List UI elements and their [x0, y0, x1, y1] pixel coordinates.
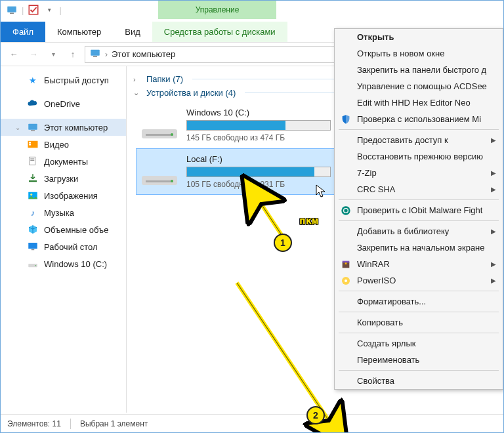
- drive-free-text: 105 ГБ свободно из 931 ГБ: [186, 180, 357, 189]
- menu-item-iobit[interactable]: Проверить с IObit Malware Fight: [335, 202, 503, 218]
- menu-item-create-shortcut[interactable]: Создать ярлык: [335, 335, 503, 352]
- sidebar-item-music[interactable]: ♪ Музыка: [1, 204, 126, 221]
- tab-file[interactable]: Файл: [1, 22, 45, 42]
- sidebar-item-onedrive[interactable]: OneDrive: [1, 95, 126, 112]
- svg-rect-24: [345, 262, 347, 264]
- submenu-arrow-icon: ▶: [491, 277, 496, 284]
- menu-item-add-to-library[interactable]: Добавить в библиотеку▶: [335, 223, 503, 239]
- menu-separator: [339, 291, 499, 291]
- pc-icon: [27, 121, 39, 133]
- navigation-pane[interactable]: ★ Быстрый доступ OneDrive ⌄ Этот компьют…: [1, 66, 127, 413]
- submenu-arrow-icon: ▶: [491, 169, 496, 176]
- svg-rect-1: [10, 13, 14, 14]
- sidebar-item-label: Загрузки: [44, 174, 78, 184]
- svg-rect-11: [30, 159, 34, 159]
- pc-icon: [6, 4, 18, 16]
- menu-separator: [339, 129, 499, 130]
- drive-free-text: 145 ГБ свободно из 474 ГБ: [186, 133, 357, 142]
- menu-item-rename[interactable]: Переименовать: [335, 352, 503, 368]
- winrar-icon: [340, 258, 352, 270]
- sidebar-item-label: Рабочий стол: [44, 242, 98, 252]
- menu-item-7zip[interactable]: 7-Zip▶: [335, 165, 503, 181]
- sidebar-item-pictures[interactable]: Изображения: [1, 187, 126, 204]
- tab-disk-tools[interactable]: Средства работы с дисками: [152, 22, 287, 42]
- cube-icon: [27, 224, 39, 236]
- sidebar-item-label: Этот компьютер: [44, 123, 108, 133]
- context-menu: Открыть Открыть в новом окне Закрепить н…: [334, 28, 503, 390]
- menu-item-restore-previous[interactable]: Восстановить прежнюю версию: [335, 148, 503, 165]
- nav-forward-button[interactable]: →: [26, 47, 41, 62]
- sidebar-item-label: Музыка: [44, 208, 74, 218]
- menu-item-winrar[interactable]: WinRAR▶: [335, 256, 503, 272]
- sidebar-item-desktop[interactable]: Рабочий стол: [1, 238, 126, 255]
- nav-up-button[interactable]: ↑: [65, 47, 81, 62]
- capacity-bar: [186, 120, 331, 131]
- drive-name: Windows 10 (C:): [186, 108, 357, 117]
- svg-point-19: [35, 265, 37, 266]
- menu-item-pin-start[interactable]: Закрепить на начальном экране: [335, 239, 503, 256]
- menu-item-defender-scan[interactable]: Проверка с использованием Mi: [335, 111, 503, 127]
- menu-separator: [339, 199, 499, 200]
- qat-divider: |: [22, 5, 24, 15]
- submenu-arrow-icon: ▶: [491, 228, 496, 235]
- sidebar-item-drive-c[interactable]: Windows 10 (C:): [1, 255, 126, 272]
- chevron-down-icon[interactable]: ⌄: [133, 89, 141, 97]
- sidebar-item-label: Windows 10 (C:): [44, 259, 107, 269]
- video-icon: [27, 138, 39, 150]
- sidebar-item-label: Документы: [44, 157, 88, 167]
- title-bar: | ▾ | Управление Этот компьютер: [1, 1, 503, 19]
- contextual-tab-header: Управление: [158, 1, 276, 19]
- sidebar-item-documents[interactable]: Документы: [1, 153, 126, 170]
- group-label: Устройства и диски (4): [146, 88, 236, 98]
- svg-point-26: [345, 279, 347, 282]
- tab-computer[interactable]: Компьютер: [45, 22, 113, 42]
- submenu-arrow-icon: ▶: [491, 136, 496, 144]
- svg-rect-23: [343, 260, 350, 262]
- svg-rect-8: [29, 142, 31, 143]
- menu-item-format[interactable]: Форматировать...: [335, 293, 503, 310]
- status-selection: Выбран 1 элемент: [80, 419, 148, 428]
- menu-item-hex-editor[interactable]: Edit with HHD Hex Editor Neo: [335, 94, 503, 111]
- svg-rect-13: [29, 180, 37, 182]
- svg-rect-16: [28, 243, 37, 249]
- menu-separator: [339, 333, 499, 333]
- svg-rect-3: [91, 50, 100, 56]
- menu-separator: [339, 370, 499, 371]
- menu-item-pin-quick-access[interactable]: Закрепить на панели быстрого д: [335, 62, 503, 78]
- qat-dropdown-icon[interactable]: ▾: [43, 4, 55, 16]
- collapse-icon[interactable]: ⌄: [15, 124, 22, 131]
- svg-rect-10: [30, 157, 35, 165]
- menu-item-properties[interactable]: Свойства: [335, 373, 503, 389]
- breadcrumb-segment[interactable]: Этот компьютер: [112, 49, 175, 59]
- tab-view[interactable]: Вид: [113, 22, 152, 42]
- documents-icon: [27, 155, 39, 167]
- breadcrumb-chevron-icon[interactable]: ›: [105, 50, 108, 59]
- sidebar-item-label: OneDrive: [44, 99, 80, 109]
- nav-back-button[interactable]: ←: [6, 47, 22, 62]
- sidebar-item-3d-objects[interactable]: Объемные объе: [1, 221, 126, 238]
- disc-icon: [340, 275, 352, 287]
- chevron-right-icon[interactable]: ›: [133, 75, 141, 83]
- pictures-icon: [27, 190, 39, 201]
- menu-item-open-new-window[interactable]: Открыть в новом окне: [335, 45, 503, 62]
- sidebar-item-downloads[interactable]: Загрузки: [1, 170, 126, 187]
- sidebar-item-this-pc[interactable]: ⌄ Этот компьютер: [1, 119, 126, 136]
- sidebar-item-label: Объемные объе: [44, 225, 108, 235]
- menu-item-copy[interactable]: Копировать: [335, 314, 503, 331]
- checkbox-icon[interactable]: [28, 4, 39, 16]
- music-icon: ♪: [27, 207, 39, 218]
- svg-rect-6: [31, 131, 35, 132]
- svg-rect-9: [29, 144, 31, 145]
- menu-item-give-access[interactable]: Предоставить доступ к▶: [335, 132, 503, 148]
- menu-item-open[interactable]: Открыть: [335, 29, 503, 45]
- menu-item-poweriso[interactable]: PowerISO▶: [335, 272, 503, 289]
- status-item-count: Элементов: 11: [7, 419, 61, 428]
- svg-rect-17: [32, 249, 35, 251]
- sidebar-item-quick-access[interactable]: ★ Быстрый доступ: [1, 72, 126, 89]
- svg-rect-5: [28, 124, 37, 130]
- qat-divider: |: [59, 5, 61, 15]
- menu-item-acdsee[interactable]: Управление с помощью ACDSee: [335, 78, 503, 94]
- menu-item-crc-sha[interactable]: CRC SHA▶: [335, 181, 503, 197]
- sidebar-item-video[interactable]: Видео: [1, 136, 126, 153]
- nav-recent-dropdown[interactable]: ▾: [45, 47, 61, 62]
